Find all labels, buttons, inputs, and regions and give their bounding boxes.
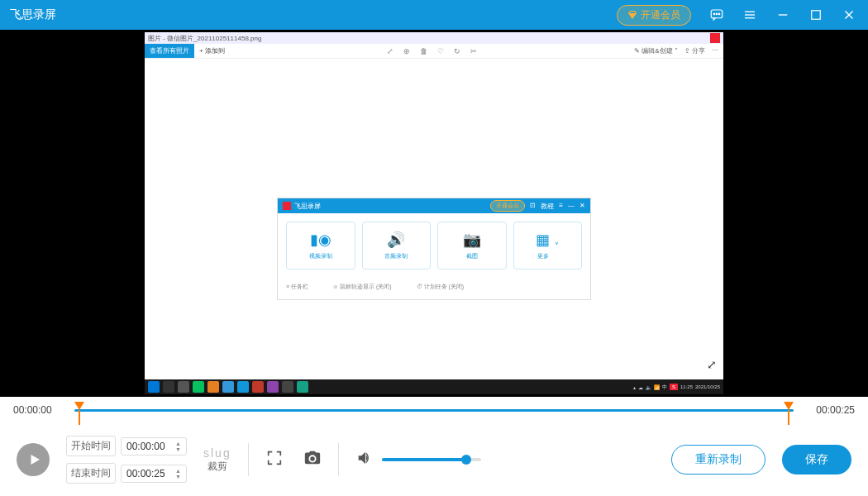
start-time-input[interactable]: 00:00:00 ▲▼: [121, 437, 187, 455]
window-controls: [708, 6, 858, 24]
play-button[interactable]: [17, 443, 50, 476]
inner-card-screenshot: 📷截图: [437, 222, 507, 269]
minimize-icon[interactable]: [774, 6, 792, 24]
trim-start-handle[interactable]: [74, 402, 84, 410]
save-button[interactable]: 保存: [782, 445, 851, 475]
controls-bar: 开始时间 00:00:00 ▲▼ 结束时间 00:00:25 ▲▼ slug 裁…: [0, 423, 868, 496]
feedback-icon[interactable]: [708, 6, 726, 24]
app-title: 飞思录屏: [10, 7, 617, 22]
menu-icon[interactable]: [741, 6, 759, 24]
close-icon[interactable]: [840, 6, 858, 24]
titlebar: 飞思录屏 开通会员: [0, 0, 868, 30]
camera-icon[interactable]: [303, 449, 322, 470]
inner-recorder-window: 飞思录屏 开通会员 ⊡教程≡—✕ ▮◉视频录制 🔊音频录制 📷截图 ▦更多 ˅: [277, 198, 591, 300]
inner-card-more: ▦更多 ˅: [513, 222, 583, 269]
volume-thumb[interactable]: [461, 455, 471, 465]
inner-card-audio: 🔊音频录制: [362, 222, 432, 269]
rerecord-button[interactable]: 重新录制: [671, 445, 765, 475]
trim-end-handle[interactable]: [784, 402, 794, 410]
start-time-label: 开始时间: [66, 436, 116, 456]
crop-label: 裁剪: [207, 460, 227, 474]
inner-toolbar: 查看所有照片 + 添加到 ⤢⊕🗑♡↻✂ ✎ 编辑&创建 ˅ ⇪ 分享 ⋯: [145, 44, 723, 59]
svg-point-2: [716, 13, 718, 15]
divider: [248, 443, 249, 476]
timeline-track[interactable]: [74, 402, 794, 418]
speaker-icon[interactable]: [355, 449, 374, 470]
inner-card-video: ▮◉视频录制: [286, 222, 355, 269]
timeline-end-label: 00:00:25: [802, 404, 855, 416]
fullscreen-icon: ⤢: [707, 358, 717, 371]
end-time-label: 结束时间: [66, 463, 116, 484]
video-preview-area: 图片 - 微信图片_20211025111458.png 查看所有照片 + 添加…: [0, 30, 868, 397]
inner-window-titlebar: 图片 - 微信图片_20211025111458.png: [145, 32, 723, 44]
timeline: 00:00:00 00:00:25: [0, 397, 868, 423]
maximize-icon[interactable]: [807, 6, 825, 24]
diamond-icon: [627, 10, 637, 20]
time-inputs: 开始时间 00:00:00 ▲▼ 结束时间 00:00:25 ▲▼: [66, 436, 187, 484]
end-time-spinner[interactable]: ▲▼: [175, 468, 181, 479]
volume-control: [355, 449, 481, 470]
video-frame: 图片 - 微信图片_20211025111458.png 查看所有照片 + 添加…: [145, 32, 723, 394]
timeline-start-label: 00:00:00: [13, 404, 66, 416]
svg-point-1: [713, 13, 715, 15]
divider: [338, 443, 339, 476]
inner-tab-photos: 查看所有照片: [145, 44, 194, 58]
end-time-input[interactable]: 00:00:25 ▲▼: [121, 465, 187, 483]
inner-close-icon: [710, 33, 720, 43]
volume-slider[interactable]: [382, 458, 481, 461]
start-time-spinner[interactable]: ▲▼: [175, 441, 181, 452]
crop-label-group: slug 裁剪: [203, 446, 231, 474]
svg-point-3: [718, 13, 720, 15]
svg-rect-8: [812, 11, 821, 20]
vip-button[interactable]: 开通会员: [617, 5, 691, 26]
tool-icons: [265, 449, 322, 470]
inner-tab-add: + 添加到: [194, 44, 230, 58]
expand-icon[interactable]: [265, 449, 284, 470]
inner-taskbar: ▴☁🔈📶中 S 11:25 2021/10/25: [145, 379, 723, 394]
